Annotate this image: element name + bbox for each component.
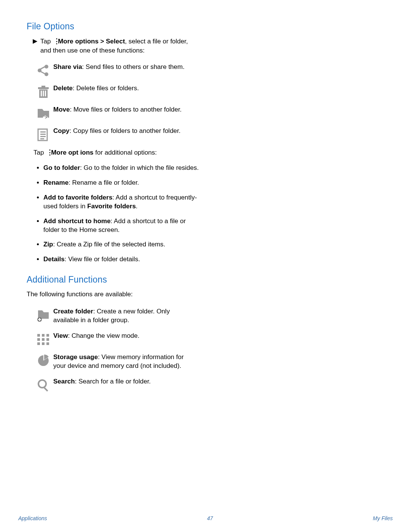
- row-search: Search: Search for a file or folder.: [33, 377, 384, 392]
- row-copy: Copy: Copy files or folders to another f…: [33, 127, 384, 141]
- storage-icon: [33, 353, 53, 371]
- intro-prefix: Tap: [40, 38, 53, 45]
- subintro: Tap More opt ions for additional options…: [33, 148, 193, 158]
- desc-share: Share via: Send files to others or share…: [53, 63, 185, 77]
- move-icon: [33, 105, 53, 120]
- heading-additional-functions: Additional Functions: [27, 275, 384, 285]
- footer-center: 47: [207, 515, 213, 521]
- desc-move: Move: Move files or folders to another f…: [53, 105, 182, 120]
- row-move: Move: Move files or folders to another f…: [33, 105, 384, 120]
- subintro-suffix: for additional options:: [94, 149, 157, 156]
- subintro-bold: More opt ions: [51, 149, 93, 156]
- desc-createfolder: Create folder: Create a new folder. Only…: [53, 307, 190, 325]
- additional-icon-list: Create folder: Create a new folder. Only…: [33, 307, 384, 392]
- footer: Applications 47 My Files: [0, 515, 411, 521]
- bullet-addhome: Add shortcut to home: Add a shortcut to …: [43, 217, 203, 235]
- file-options-icon-list: Share via: Send files to others or share…: [33, 63, 384, 141]
- more-options-icon: [53, 37, 56, 46]
- search-icon: [33, 377, 53, 392]
- delete-icon: [33, 84, 53, 99]
- section-additional: Additional Functions The following funct…: [27, 275, 384, 392]
- desc-copy: Copy: Copy files or folders to another f…: [53, 127, 181, 141]
- copy-icon: [33, 127, 53, 141]
- row-storage: Storage usage: View memory information f…: [33, 353, 384, 371]
- bullet-details: Details: View file or folder details.: [43, 255, 203, 264]
- triangle-icon: ▶: [33, 37, 37, 55]
- share-icon: [33, 63, 53, 77]
- more-options-bullets: Go to folder: Go to the folder in which …: [43, 164, 203, 264]
- intro-file-options: ▶ Tap More options > Select, select a fi…: [33, 37, 384, 55]
- desc-search: Search: Search for a file or folder.: [53, 377, 151, 392]
- bullet-gotofolder: Go to folder: Go to the folder in which …: [43, 164, 203, 173]
- footer-left: Applications: [18, 515, 47, 521]
- page: File Options ▶ Tap More options > Select…: [0, 0, 411, 532]
- intro-bold: More options > Select: [58, 38, 125, 45]
- row-view: View: Change the view mode.: [33, 332, 384, 346]
- desc-delete: Delete: Delete files or folders.: [53, 84, 139, 99]
- bullet-rename: Rename: Rename a file or folder.: [43, 179, 203, 187]
- heading-file-options: File Options: [27, 21, 384, 32]
- desc-storage: Storage usage: View memory information f…: [53, 353, 190, 371]
- intro-text: Tap More options > Select, select a file…: [40, 37, 200, 55]
- footer-right: My Files: [373, 515, 393, 521]
- row-delete: Delete: Delete files or folders.: [33, 84, 384, 99]
- row-createfolder: Create folder: Create a new folder. Only…: [33, 307, 384, 325]
- more-options-icon-2: [46, 148, 49, 158]
- view-icon: [33, 332, 53, 346]
- bullet-zip: Zip: Create a Zip file of the selected i…: [43, 240, 203, 249]
- create-folder-icon: [33, 307, 53, 325]
- desc-view: View: Change the view mode.: [53, 332, 140, 346]
- row-share: Share via: Send files to others or share…: [33, 63, 384, 77]
- bullet-addfav: Add to favorite folders: Add a shortcut …: [43, 193, 203, 211]
- intro-additional: The following functions are available:: [27, 290, 384, 299]
- subintro-prefix: Tap: [33, 149, 46, 156]
